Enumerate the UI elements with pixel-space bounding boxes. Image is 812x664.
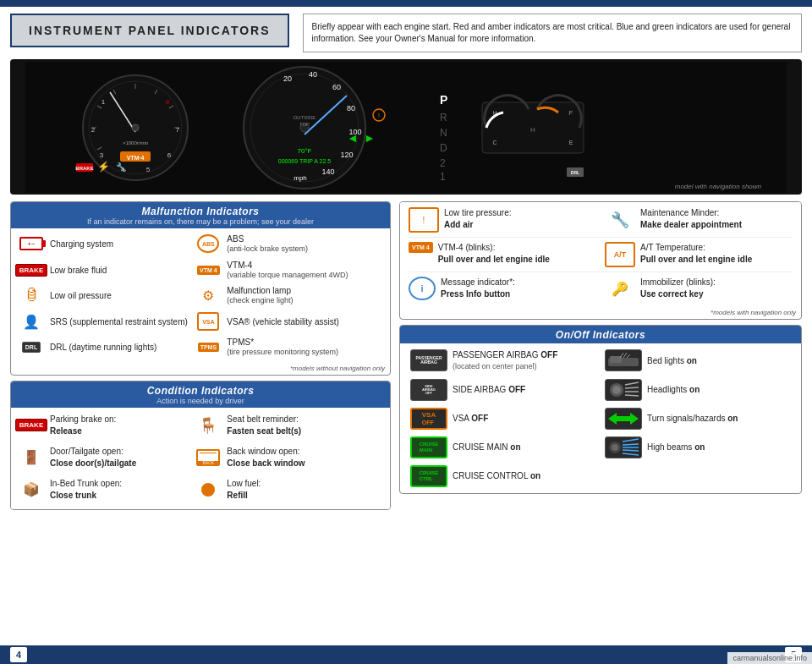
headlights-text: Headlights on	[647, 384, 700, 395]
brake-label: Low brake fluid	[50, 265, 107, 276]
headlights-icon	[605, 379, 642, 401]
svg-text:⚡: ⚡	[97, 160, 110, 173]
fuel-text: Low fuel: Refill	[227, 478, 261, 502]
svg-text:8: 8	[166, 98, 170, 106]
svg-text:70°F: 70°F	[298, 147, 312, 155]
onoff-header: On/Off Indicators	[400, 326, 801, 343]
condition-parking-brake: BRAKE Parking brake on: Release	[18, 411, 193, 442]
condition-subtitle: Action is needed by driver	[18, 397, 383, 405]
seatbelt-icon: 🪑	[195, 414, 222, 437]
indicator-drl: DRL DRL (daytime running lights)	[18, 335, 193, 359]
malfunction-footnote: *models without navigation only	[11, 363, 390, 375]
message-text: Message indicator*: Press Info button	[441, 277, 515, 300]
right-column: ! Low tire pressure: Add air 🔧	[399, 201, 802, 642]
svg-marker-75	[622, 413, 639, 425]
svg-text:model with navigation shown: model with navigation shown	[675, 183, 762, 190]
indicator-oil: 🛢 Low oil pressure	[18, 283, 193, 308]
title-box: INSTRUMENT PANEL INDICATORS	[10, 14, 289, 47]
side-airbag-icon: SIDE AIRBAG OFF	[410, 379, 447, 401]
vsa-label: VSA® (vehicle stability assist)	[227, 316, 338, 327]
svg-text:3: 3	[100, 151, 104, 159]
svg-text:2: 2	[440, 157, 446, 169]
svg-text:D: D	[440, 142, 447, 154]
svg-text:OUTSIDE: OUTSIDE	[294, 115, 316, 120]
condition-trunk: 📦 In-Bed Trunk open: Close trunk	[18, 475, 193, 506]
svg-line-71	[625, 387, 639, 388]
tire-icon: !	[409, 207, 439, 233]
parking-brake-icon: BRAKE	[18, 414, 45, 437]
indicator-malfunction-lamp: ⚙ Malfunction lamp (check engine light)	[195, 283, 370, 308]
malfunction-title: Malfunction Indicators	[18, 206, 383, 217]
temp-text: A/T Temperature: Pull over and let engin…	[640, 242, 752, 266]
svg-text:P: P	[440, 93, 447, 107]
oil-icon: 🛢	[18, 286, 45, 306]
svg-text:E: E	[569, 140, 573, 145]
charging-label: Charging system	[50, 239, 113, 250]
indicator-srs: 👤 SRS (supplemental restraint system)	[18, 310, 193, 333]
right-indicators-section: ! Low tire pressure: Add air 🔧	[399, 201, 802, 320]
srs-icon: 👤	[18, 311, 45, 332]
svg-line-67	[627, 354, 630, 358]
seatbelt-text: Seat belt reminder: Fasten seat belt(s)	[227, 414, 301, 437]
malfunction-subtitle: If an indicator remains on, there may be…	[18, 217, 383, 226]
condition-fuel: Low fuel: Refill	[195, 475, 370, 506]
indicator-vtm4: VTM 4 VTM-4 (variable torque management …	[195, 258, 370, 283]
left-column: Malfunction Indicators If an indicator r…	[10, 201, 391, 642]
back-window-text: Back window open: Close back window	[227, 446, 304, 469]
passenger-airbag-icon: PASSENGER AIRBAG	[410, 349, 447, 371]
svg-text:BRAKE: BRAKE	[75, 166, 93, 171]
vtm4-label: VTM-4 (variable torque management 4WD)	[227, 260, 348, 281]
bed-lights-text: Bed lights on	[647, 355, 697, 366]
turn-signals-text: Turn signals/hazards on	[647, 413, 738, 424]
condition-header: Condition Indicators Action is needed by…	[11, 381, 390, 408]
svg-point-69	[612, 386, 621, 394]
passenger-airbag-text: PASSENGER AIRBAG OFF (located on center …	[453, 349, 557, 372]
trunk-text: In-Bed Trunk open: Close trunk	[50, 478, 122, 502]
onoff-content: PASSENGER AIRBAG PASSENGER AIRBAG OFF (l…	[400, 343, 801, 493]
malfunction-header: Malfunction Indicators If an indicator r…	[11, 202, 390, 228]
oil-label: Low oil pressure	[50, 290, 112, 301]
bed-lights-icon	[605, 349, 642, 371]
svg-text:DRL: DRL	[571, 170, 579, 175]
charging-icon: +−	[18, 233, 45, 254]
right-row-3: i Message indicator*: Press Info button …	[409, 277, 793, 302]
high-beams-text: High beams on	[647, 442, 705, 453]
svg-point-20	[132, 124, 139, 131]
svg-text:5: 5	[146, 166, 151, 173]
trunk-icon: 📦	[18, 478, 45, 502]
right-item-tire: ! Low tire pressure: Add air	[409, 207, 596, 233]
bottom-bar: 4 5	[0, 645, 812, 664]
side-airbag-text: SIDE AIRBAG OFF	[453, 384, 525, 395]
door-icon: 🚪	[18, 446, 45, 469]
svg-text:F: F	[569, 110, 573, 116]
immob-text: Immobilizer (blinks): Use correct key	[640, 277, 716, 300]
svg-rect-64	[610, 356, 622, 363]
right-indicators-content: ! Low tire pressure: Add air 🔧	[400, 202, 801, 307]
condition-section: Condition Indicators Action is needed by…	[10, 381, 391, 510]
high-beams-icon	[605, 436, 642, 458]
onoff-bed-lights: Bed lights on	[601, 347, 794, 375]
right-item-vtm4: VTM 4 VTM-4 (blinks): Pull over and let …	[409, 242, 596, 267]
svg-text:◄: ◄	[347, 131, 359, 145]
header-area: INSTRUMENT PANEL INDICATORS Briefly appe…	[0, 7, 812, 56]
svg-point-77	[612, 444, 618, 451]
vsa-icon: VSA	[195, 311, 222, 332]
right-footnote: *models with navigation only	[400, 307, 801, 319]
onoff-headlights: Headlights on	[601, 376, 794, 403]
vtm4-text: VTM-4 (blinks): Pull over and let engine…	[438, 242, 550, 266]
right-row-2: VTM 4 VTM-4 (blinks): Pull over and let …	[409, 242, 793, 272]
svg-text:000069 TRIP A 22.5: 000069 TRIP A 22.5	[278, 158, 332, 164]
page-num-left: 4	[10, 647, 27, 662]
indicator-tpms: TPMS TPMS* (tire pressure monitoring sys…	[195, 335, 370, 359]
svg-text:2: 2	[91, 126, 96, 134]
dashboard-area: 1 2 3 4 5 6 7 8 ×1000r/min VTM·4	[10, 59, 802, 195]
watermark: carmanualsonline.info	[727, 652, 812, 664]
engine-icon: ⚙	[195, 286, 222, 306]
svg-text:🔧: 🔧	[116, 162, 127, 173]
cruise-control-icon: CRUISECTRL	[410, 465, 447, 487]
info-icon: i	[409, 277, 436, 300]
svg-line-66	[623, 353, 627, 358]
svg-line-78	[623, 439, 639, 442]
svg-text:►: ►	[364, 131, 376, 145]
top-bar	[0, 0, 812, 7]
